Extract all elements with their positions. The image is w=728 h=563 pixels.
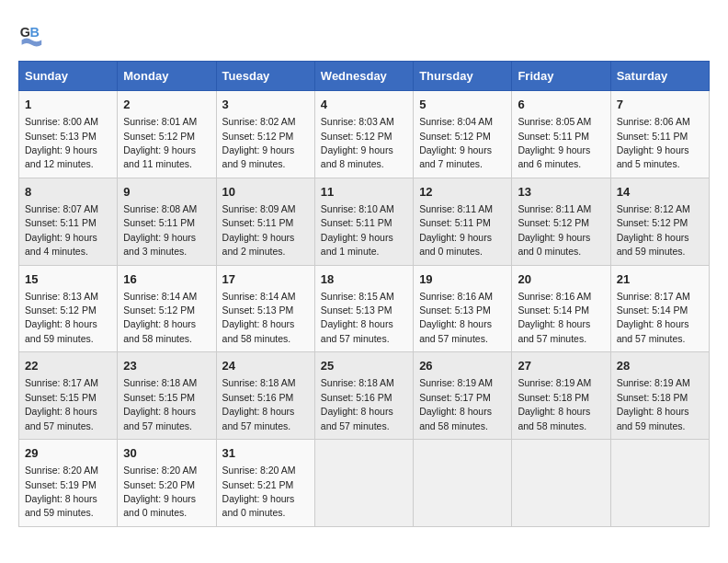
day-number: 11 bbox=[321, 184, 407, 201]
weekday-header-friday: Friday bbox=[512, 62, 610, 91]
weekday-header-saturday: Saturday bbox=[610, 62, 709, 91]
day-number: 26 bbox=[419, 358, 506, 374]
calendar-cell: 25 Sunrise: 8:18 AMSunset: 5:16 PMDaylig… bbox=[314, 352, 413, 440]
day-info: Sunrise: 8:20 AMSunset: 5:21 PMDaylight:… bbox=[222, 465, 296, 518]
weekday-header-row: SundayMondayTuesdayWednesdayThursdayFrid… bbox=[19, 62, 710, 91]
calendar-cell: 9 Sunrise: 8:08 AMSunset: 5:11 PMDayligh… bbox=[118, 178, 216, 265]
day-number: 14 bbox=[617, 184, 703, 201]
day-number: 4 bbox=[321, 97, 407, 113]
calendar-cell: 26 Sunrise: 8:19 AMSunset: 5:17 PMDaylig… bbox=[414, 352, 512, 440]
weekday-header-sunday: Sunday bbox=[19, 62, 118, 91]
day-number: 25 bbox=[321, 358, 407, 374]
calendar-cell: 4 Sunrise: 8:03 AMSunset: 5:12 PMDayligh… bbox=[314, 91, 413, 178]
day-number: 1 bbox=[25, 97, 111, 113]
day-number: 30 bbox=[123, 445, 210, 462]
day-info: Sunrise: 8:18 AMSunset: 5:16 PMDaylight:… bbox=[321, 377, 394, 431]
day-number: 23 bbox=[123, 358, 210, 374]
day-info: Sunrise: 8:19 AMSunset: 5:17 PMDaylight:… bbox=[419, 377, 493, 431]
day-info: Sunrise: 8:10 AMSunset: 5:11 PMDaylight:… bbox=[321, 203, 394, 257]
day-info: Sunrise: 8:17 AMSunset: 5:15 PMDaylight:… bbox=[25, 377, 98, 431]
day-number: 3 bbox=[222, 97, 309, 113]
day-number: 13 bbox=[518, 184, 604, 201]
day-number: 8 bbox=[25, 184, 111, 201]
day-info: Sunrise: 8:14 AMSunset: 5:12 PMDaylight:… bbox=[123, 291, 197, 344]
weekday-header-monday: Monday bbox=[118, 62, 216, 91]
day-info: Sunrise: 8:18 AMSunset: 5:15 PMDaylight:… bbox=[123, 377, 197, 431]
calendar-cell: 19 Sunrise: 8:16 AMSunset: 5:13 PMDaylig… bbox=[414, 265, 512, 352]
day-number: 27 bbox=[518, 358, 604, 374]
calendar-header: SundayMondayTuesdayWednesdayThursdayFrid… bbox=[19, 62, 710, 91]
calendar-cell: 5 Sunrise: 8:04 AMSunset: 5:12 PMDayligh… bbox=[414, 91, 512, 178]
day-number: 17 bbox=[222, 271, 309, 288]
day-number: 7 bbox=[617, 97, 703, 113]
calendar-cell bbox=[314, 440, 413, 527]
day-info: Sunrise: 8:12 AMSunset: 5:12 PMDaylight:… bbox=[617, 203, 690, 257]
day-info: Sunrise: 8:20 AMSunset: 5:20 PMDaylight:… bbox=[123, 465, 197, 518]
day-number: 28 bbox=[617, 358, 703, 374]
day-info: Sunrise: 8:11 AMSunset: 5:11 PMDaylight:… bbox=[419, 203, 493, 257]
calendar-cell: 8 Sunrise: 8:07 AMSunset: 5:11 PMDayligh… bbox=[19, 178, 118, 265]
day-info: Sunrise: 8:19 AMSunset: 5:18 PMDaylight:… bbox=[518, 377, 591, 431]
calendar-cell: 17 Sunrise: 8:14 AMSunset: 5:13 PMDaylig… bbox=[216, 265, 314, 352]
calendar-cell: 27 Sunrise: 8:19 AMSunset: 5:18 PMDaylig… bbox=[512, 352, 610, 440]
calendar-cell: 21 Sunrise: 8:17 AMSunset: 5:14 PMDaylig… bbox=[610, 265, 709, 352]
day-number: 31 bbox=[222, 445, 309, 462]
day-info: Sunrise: 8:08 AMSunset: 5:11 PMDaylight:… bbox=[123, 203, 197, 257]
day-number: 19 bbox=[419, 271, 506, 288]
calendar-cell: 12 Sunrise: 8:11 AMSunset: 5:11 PMDaylig… bbox=[414, 178, 512, 265]
calendar-cell: 11 Sunrise: 8:10 AMSunset: 5:11 PMDaylig… bbox=[314, 178, 413, 265]
calendar-cell: 30 Sunrise: 8:20 AMSunset: 5:20 PMDaylig… bbox=[118, 440, 216, 527]
calendar-cell: 14 Sunrise: 8:12 AMSunset: 5:12 PMDaylig… bbox=[610, 178, 709, 265]
calendar-cell: 7 Sunrise: 8:06 AMSunset: 5:11 PMDayligh… bbox=[610, 91, 709, 178]
calendar-cell: 16 Sunrise: 8:14 AMSunset: 5:12 PMDaylig… bbox=[118, 265, 216, 352]
day-number: 24 bbox=[222, 358, 309, 374]
calendar-cell: 28 Sunrise: 8:19 AMSunset: 5:18 PMDaylig… bbox=[610, 352, 709, 440]
day-info: Sunrise: 8:19 AMSunset: 5:18 PMDaylight:… bbox=[617, 377, 690, 431]
day-number: 22 bbox=[25, 358, 111, 374]
day-info: Sunrise: 8:17 AMSunset: 5:14 PMDaylight:… bbox=[617, 291, 690, 344]
page-header: G B bbox=[18, 18, 710, 52]
day-info: Sunrise: 8:07 AMSunset: 5:11 PMDaylight:… bbox=[25, 203, 98, 257]
calendar-cell: 15 Sunrise: 8:13 AMSunset: 5:12 PMDaylig… bbox=[19, 265, 118, 352]
calendar-cell: 6 Sunrise: 8:05 AMSunset: 5:11 PMDayligh… bbox=[512, 91, 610, 178]
day-info: Sunrise: 8:00 AMSunset: 5:13 PMDaylight:… bbox=[25, 116, 98, 169]
day-info: Sunrise: 8:02 AMSunset: 5:12 PMDaylight:… bbox=[222, 116, 296, 169]
calendar-cell: 2 Sunrise: 8:01 AMSunset: 5:12 PMDayligh… bbox=[118, 91, 216, 178]
calendar-cell: 13 Sunrise: 8:11 AMSunset: 5:12 PMDaylig… bbox=[512, 178, 610, 265]
logo: G B bbox=[18, 18, 57, 52]
day-number: 18 bbox=[321, 271, 407, 288]
day-info: Sunrise: 8:13 AMSunset: 5:12 PMDaylight:… bbox=[25, 291, 98, 344]
calendar-cell: 20 Sunrise: 8:16 AMSunset: 5:14 PMDaylig… bbox=[512, 265, 610, 352]
svg-text:B: B bbox=[30, 25, 40, 40]
day-number: 9 bbox=[123, 184, 210, 201]
day-number: 21 bbox=[617, 271, 703, 288]
day-number: 15 bbox=[25, 271, 111, 288]
day-info: Sunrise: 8:09 AMSunset: 5:11 PMDaylight:… bbox=[222, 203, 296, 257]
calendar-table: SundayMondayTuesdayWednesdayThursdayFrid… bbox=[18, 61, 710, 527]
day-info: Sunrise: 8:20 AMSunset: 5:19 PMDaylight:… bbox=[25, 465, 98, 518]
day-info: Sunrise: 8:16 AMSunset: 5:14 PMDaylight:… bbox=[518, 291, 591, 344]
day-number: 20 bbox=[518, 271, 604, 288]
week-row-1: 1 Sunrise: 8:00 AMSunset: 5:13 PMDayligh… bbox=[19, 91, 710, 178]
day-info: Sunrise: 8:14 AMSunset: 5:13 PMDaylight:… bbox=[222, 291, 296, 344]
calendar-cell: 18 Sunrise: 8:15 AMSunset: 5:13 PMDaylig… bbox=[314, 265, 413, 352]
calendar-cell bbox=[414, 440, 512, 527]
week-row-5: 29 Sunrise: 8:20 AMSunset: 5:19 PMDaylig… bbox=[19, 440, 710, 527]
svg-text:G: G bbox=[20, 25, 30, 40]
day-number: 2 bbox=[123, 97, 210, 113]
calendar-body: 1 Sunrise: 8:00 AMSunset: 5:13 PMDayligh… bbox=[19, 91, 710, 527]
weekday-header-wednesday: Wednesday bbox=[314, 62, 413, 91]
calendar-cell: 10 Sunrise: 8:09 AMSunset: 5:11 PMDaylig… bbox=[216, 178, 314, 265]
week-row-3: 15 Sunrise: 8:13 AMSunset: 5:12 PMDaylig… bbox=[19, 265, 710, 352]
calendar-cell: 23 Sunrise: 8:18 AMSunset: 5:15 PMDaylig… bbox=[118, 352, 216, 440]
weekday-header-tuesday: Tuesday bbox=[216, 62, 314, 91]
day-info: Sunrise: 8:06 AMSunset: 5:11 PMDaylight:… bbox=[617, 116, 690, 169]
day-info: Sunrise: 8:15 AMSunset: 5:13 PMDaylight:… bbox=[321, 291, 394, 344]
calendar-cell: 24 Sunrise: 8:18 AMSunset: 5:16 PMDaylig… bbox=[216, 352, 314, 440]
day-info: Sunrise: 8:18 AMSunset: 5:16 PMDaylight:… bbox=[222, 377, 296, 431]
logo-icon: G B bbox=[18, 18, 51, 52]
calendar-cell: 22 Sunrise: 8:17 AMSunset: 5:15 PMDaylig… bbox=[19, 352, 118, 440]
calendar-cell: 31 Sunrise: 8:20 AMSunset: 5:21 PMDaylig… bbox=[216, 440, 314, 527]
calendar-cell bbox=[610, 440, 709, 527]
weekday-header-thursday: Thursday bbox=[414, 62, 512, 91]
